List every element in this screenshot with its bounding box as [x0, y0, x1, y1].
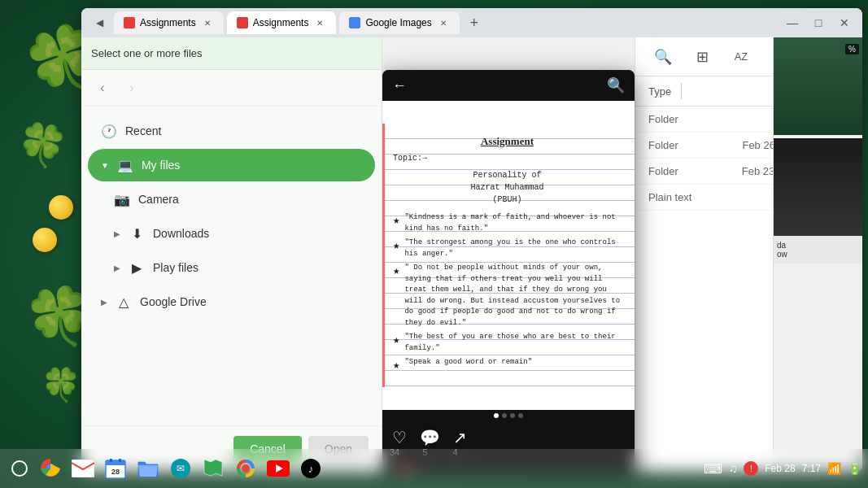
downloads-arrow: ▶ [114, 229, 120, 238]
search-toolbar-button[interactable]: 🔍 [648, 42, 678, 72]
file-picker-dialog: Select one or more files ‹ › 🕐 Recent ▼ [81, 37, 382, 472]
close-button[interactable]: ✕ [833, 11, 856, 34]
column-separator [681, 83, 682, 99]
file-picker-back[interactable]: ‹ [91, 76, 114, 99]
dot-2 [502, 413, 507, 418]
sidebar-item-recent[interactable]: 🕐 Recent [88, 115, 375, 147]
tab2-label: Assignments [253, 17, 309, 28]
taskbar-right: ⌨ ♫ ! Feb 28 7:17 📶 🔋 [704, 461, 861, 477]
taskbar-maps[interactable] [198, 454, 228, 483]
sidebar-item-my-files[interactable]: ▼ 💻 My files [88, 149, 375, 181]
tab3-icon [349, 17, 360, 28]
svg-marker-10 [204, 460, 222, 476]
taskbar-tiktok[interactable]: ♪ [296, 454, 325, 483]
file-type-3: Folder [648, 165, 720, 177]
notification-badge[interactable]: ! [744, 461, 758, 476]
svg-point-0 [12, 461, 27, 476]
thumbnail-caption-1: daow [774, 236, 862, 264]
tab1-label: Assignments [140, 17, 196, 28]
file-picker-title: Select one or more files [91, 47, 203, 59]
browser-tab-1[interactable]: Assignments ✕ [114, 11, 224, 34]
social-post-modal: ← 🔍 Assignment Topic:→ Personality of Ha… [382, 62, 635, 472]
assignment-topic: Topic:→ [393, 152, 622, 164]
recent-label: Recent [125, 124, 161, 137]
file-type-2: Folder [648, 139, 720, 151]
file-type-1: Folder [648, 113, 720, 125]
maps-icon [203, 458, 224, 479]
tab-back-btn[interactable]: ◀ [88, 11, 111, 34]
taskbar-search-button[interactable] [7, 455, 33, 481]
google-drive-label: Google Drive [140, 295, 207, 308]
grid-toolbar-button[interactable]: ⊞ [687, 42, 717, 72]
files-icon [137, 459, 159, 478]
downloads-label: Downloads [153, 227, 209, 240]
percent-badge: % [845, 44, 859, 54]
browser-tab-2[interactable]: Assignments ✕ [227, 11, 337, 34]
taskbar-chrome[interactable] [36, 454, 65, 483]
tab3-close[interactable]: ✕ [437, 16, 450, 29]
volume-icon: ♫ [729, 462, 738, 475]
play-files-label: Play files [153, 261, 198, 274]
tab2-close[interactable]: ✕ [313, 16, 326, 29]
quote-5: ★ "Speak a good word or remain" [393, 357, 622, 374]
coin-decoration [33, 228, 57, 252]
drive-arrow: ▶ [101, 298, 107, 307]
calendar-icon: 28 [105, 458, 126, 479]
file-type-4: Plain text [648, 191, 720, 203]
dot-1 [494, 413, 499, 418]
taskbar-date: Feb 28 [765, 463, 795, 474]
chrome-icon [39, 457, 62, 480]
sidebar-item-google-drive[interactable]: ▶ △ Google Drive [88, 285, 375, 318]
post-back-button[interactable]: ← [392, 77, 407, 94]
tab1-close[interactable]: ✕ [201, 16, 214, 29]
sidebar-item-play-files[interactable]: ▶ ▶ Play files [88, 251, 375, 284]
taskbar-photos[interactable] [231, 454, 260, 483]
window-controls: — □ ✕ [781, 11, 856, 34]
taskbar-youtube[interactable] [264, 454, 293, 483]
battery-icon: 🔋 [848, 462, 861, 475]
minimize-button[interactable]: — [781, 11, 804, 34]
play-arrow: ▶ [114, 264, 120, 272]
dot-4 [518, 413, 523, 418]
google-drive-icon: △ [116, 294, 132, 310]
new-tab-button[interactable]: + [463, 11, 486, 34]
play-files-icon: ▶ [129, 259, 145, 276]
sidebar-item-camera[interactable]: 📷 Camera [88, 183, 375, 216]
taskbar-time: 7:17 [802, 463, 821, 474]
maximize-button[interactable]: □ [807, 11, 830, 34]
quote-3: ★ " Do not be people without minds of yo… [393, 263, 622, 329]
taskbar-files[interactable] [133, 454, 163, 483]
image-thumbnails: % daow [773, 37, 862, 472]
thumbnail-1: % [774, 37, 862, 135]
coin-decoration [49, 195, 73, 220]
messages-icon: ✉ [170, 458, 191, 479]
share-button[interactable]: ↗ [453, 428, 467, 447]
wifi-icon: 📶 [827, 462, 841, 475]
desktop: 🍀 🍀 🍀 🍀 🍀 🍀 🍀 🍀 ◀ Assignments ✕ Assignme… [0, 0, 868, 488]
assignment-paper: Assignment Topic:→ Personality of Hazrat… [382, 124, 635, 388]
thumbnail-2 [774, 138, 862, 236]
assignment-subtitle: Personality of Hazrat Muhammad (PBUH) [393, 169, 622, 206]
taskbar: 28 ✉ [0, 449, 868, 488]
taskbar-gmail[interactable] [68, 454, 98, 483]
taskbar-messages[interactable]: ✉ [166, 454, 195, 483]
photos-icon [235, 458, 256, 479]
browser-window: ◀ Assignments ✕ Assignments ✕ Google Ima… [81, 8, 862, 472]
post-search-button[interactable]: 🔍 [607, 76, 625, 94]
camera-label: Camera [138, 193, 179, 206]
svg-rect-6 [119, 459, 121, 462]
svg-text:♪: ♪ [308, 463, 314, 475]
taskbar-calendar[interactable]: 28 [101, 454, 130, 483]
browser-content: Select one or more files ‹ › 🕐 Recent ▼ [81, 37, 862, 472]
file-picker-forward[interactable]: › [120, 76, 143, 99]
my-files-label: My files [142, 159, 180, 172]
sort-az-button[interactable]: AZ [726, 42, 756, 72]
file-picker-header: Select one or more files [81, 37, 382, 70]
tab3-label: Google Images [365, 17, 431, 28]
comment-button[interactable]: 💬 [420, 428, 440, 447]
file-picker-nav: ‹ › [81, 70, 382, 107]
sidebar-item-downloads[interactable]: ▶ ⬇ Downloads [88, 217, 375, 250]
like-button[interactable]: ♡ [392, 428, 407, 447]
browser-tab-3[interactable]: Google Images ✕ [339, 11, 459, 34]
type-column-header: Type [648, 85, 671, 98]
